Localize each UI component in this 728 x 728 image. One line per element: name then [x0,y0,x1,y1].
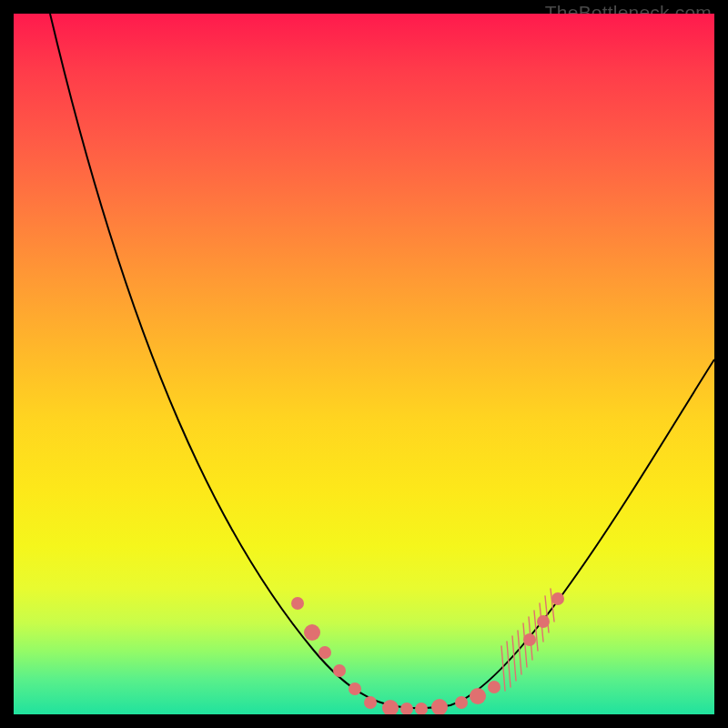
gradient-background [14,14,714,714]
chart-frame [14,14,714,714]
